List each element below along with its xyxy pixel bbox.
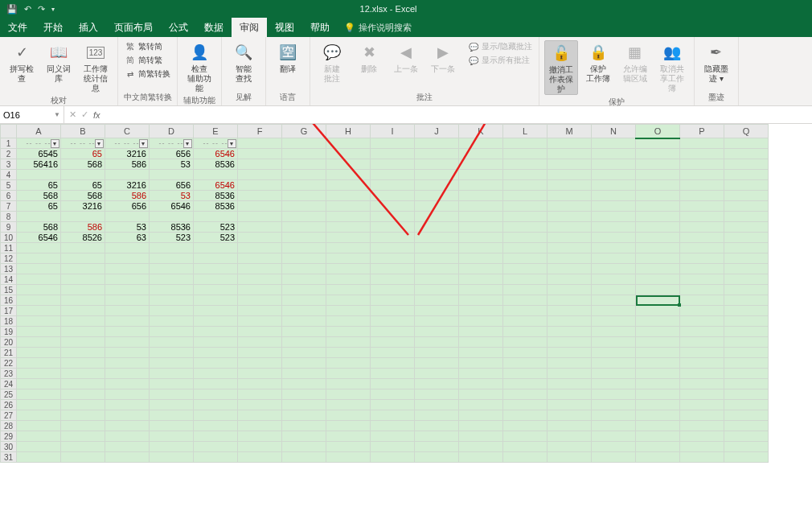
next-comment-button[interactable]: ▶ 下一条 [426, 40, 460, 74]
cell-N26[interactable] [592, 400, 636, 410]
cell-A12[interactable] [17, 253, 61, 264]
show-all-comments-button[interactable]: 💬显示所有批注 [466, 54, 534, 67]
cell-C25[interactable] [105, 389, 150, 400]
cell-B25[interactable] [61, 389, 105, 400]
delete-comment-button[interactable]: ✖ 删除 [352, 40, 386, 74]
cell-H30[interactable] [326, 442, 371, 452]
cell-K5[interactable] [459, 180, 503, 191]
cell-K14[interactable] [459, 274, 503, 285]
cell-B29[interactable] [61, 431, 105, 442]
cell-O13[interactable] [636, 264, 680, 274]
cell-M7[interactable] [547, 201, 592, 212]
cell-O3[interactable] [636, 159, 680, 170]
cell-E31[interactable] [194, 452, 238, 463]
cell-I25[interactable] [371, 389, 415, 400]
cell-O21[interactable] [636, 348, 680, 358]
cell-D10[interactable]: 523 [150, 233, 194, 243]
cell-J4[interactable] [415, 170, 459, 180]
cell-B16[interactable] [61, 295, 105, 306]
cell-C15[interactable] [105, 285, 150, 295]
cell-N29[interactable] [592, 431, 636, 442]
cell-L16[interactable] [503, 295, 547, 306]
cell-O22[interactable] [636, 358, 680, 369]
tab-review[interactable]: 审阅 [232, 18, 267, 37]
cell-J16[interactable] [415, 295, 459, 306]
cell-I27[interactable] [371, 410, 415, 421]
cell-O16[interactable] [636, 295, 680, 306]
cell-K3[interactable] [459, 159, 503, 170]
cell-J24[interactable] [415, 379, 459, 389]
cell-N20[interactable] [592, 337, 636, 348]
cell-J25[interactable] [415, 389, 459, 400]
row-header-20[interactable]: 20 [1, 337, 17, 348]
tab-home[interactable]: 开始 [35, 18, 71, 37]
col-header-O[interactable]: O [636, 125, 680, 138]
cell-N24[interactable] [592, 379, 636, 389]
check-accessibility-button[interactable]: 👤 检查 辅助功能 [182, 40, 216, 93]
cell-M31[interactable] [547, 452, 592, 463]
cell-I13[interactable] [371, 264, 415, 274]
cell-A6[interactable]: 568 [17, 191, 61, 201]
cell-A21[interactable] [17, 348, 61, 358]
cell-M20[interactable] [547, 337, 592, 348]
cell-D12[interactable] [150, 253, 194, 264]
cell-B10[interactable]: 8526 [61, 233, 105, 243]
cell-G13[interactable] [282, 264, 326, 274]
cell-D18[interactable] [150, 316, 194, 327]
name-box[interactable]: O16 ▼ [0, 106, 64, 123]
cell-B19[interactable] [61, 327, 105, 337]
cell-J31[interactable] [415, 452, 459, 463]
cell-G25[interactable] [282, 389, 326, 400]
cell-H23[interactable] [326, 369, 371, 379]
cell-D27[interactable] [150, 410, 194, 421]
cell-D3[interactable]: 53 [150, 159, 194, 170]
cell-M15[interactable] [547, 285, 592, 295]
row-header-11[interactable]: 11 [1, 243, 17, 253]
cell-B12[interactable] [61, 253, 105, 264]
cell-B8[interactable] [61, 212, 105, 222]
cell-G26[interactable] [282, 400, 326, 410]
filter-cell-C[interactable]: -- -- --▼ [105, 138, 150, 149]
col-header-D[interactable]: D [150, 125, 194, 138]
cell-H4[interactable] [326, 170, 371, 180]
cell-I31[interactable] [371, 452, 415, 463]
cell-C5[interactable]: 3216 [105, 180, 150, 191]
row-header-16[interactable]: 16 [1, 295, 17, 306]
cell-B17[interactable] [61, 306, 105, 316]
chinese-convert-button[interactable]: ⇄简繁转换 [123, 68, 172, 80]
cell-N23[interactable] [592, 369, 636, 379]
cell-C26[interactable] [105, 400, 150, 410]
cell-I1[interactable] [371, 138, 415, 149]
cell-P1[interactable] [680, 138, 724, 149]
cell-I28[interactable] [371, 421, 415, 431]
cell-N15[interactable] [592, 285, 636, 295]
cell-O24[interactable] [636, 379, 680, 389]
cell-E18[interactable] [194, 316, 238, 327]
cell-H1[interactable] [326, 138, 371, 149]
tab-data[interactable]: 数据 [196, 18, 232, 37]
cell-O14[interactable] [636, 274, 680, 285]
save-icon[interactable]: 💾 [6, 4, 18, 14]
cell-L6[interactable] [503, 191, 547, 201]
cell-Q28[interactable] [724, 421, 769, 431]
cell-P19[interactable] [680, 327, 724, 337]
spellcheck-button[interactable]: ✓ 拼写检查 [5, 40, 39, 84]
col-header-H[interactable]: H [326, 125, 371, 138]
cell-P31[interactable] [680, 452, 724, 463]
cell-C20[interactable] [105, 337, 150, 348]
cell-P17[interactable] [680, 306, 724, 316]
cell-L2[interactable] [503, 149, 547, 159]
cell-M1[interactable] [547, 138, 592, 149]
cell-H15[interactable] [326, 285, 371, 295]
cell-N31[interactable] [592, 452, 636, 463]
filter-cell-A[interactable]: -- -- --▼ [17, 138, 61, 149]
row-header-29[interactable]: 29 [1, 431, 17, 442]
cell-E5[interactable]: 6546 [194, 180, 238, 191]
cell-D14[interactable] [150, 274, 194, 285]
cancel-icon[interactable]: ✕ [69, 109, 76, 120]
cell-G15[interactable] [282, 285, 326, 295]
redo-icon[interactable]: ↷ [38, 4, 45, 14]
spreadsheet-grid[interactable]: ABCDEFGHIJKLMNOPQ1-- -- --▼-- -- --▼-- -… [0, 124, 812, 511]
cell-F8[interactable] [238, 212, 282, 222]
cell-A26[interactable] [17, 400, 61, 410]
